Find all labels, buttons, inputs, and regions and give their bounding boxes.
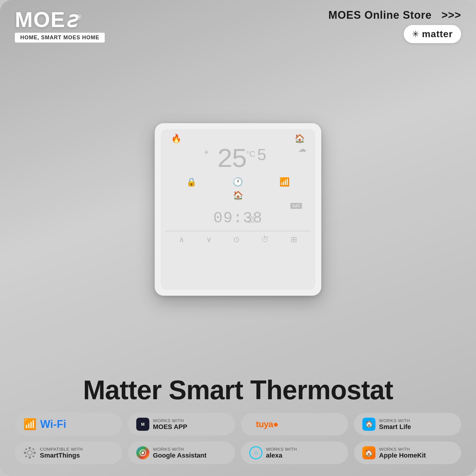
badge-wifi: 📶 Wi-Fi bbox=[15, 413, 122, 436]
tuya-label: tuya● bbox=[256, 419, 278, 429]
alexa-label: alexa bbox=[266, 452, 297, 459]
badge-google-assistant: WORKS WITH Google Assistant bbox=[128, 441, 235, 464]
smart-life-works-with: WORKS WITH bbox=[379, 418, 411, 423]
time-area: SAT 09:38 AM MIN bbox=[165, 203, 311, 227]
home-icon: 🏠 bbox=[295, 134, 305, 143]
moes-app-label: MOES APP bbox=[153, 423, 187, 431]
target-icon[interactable]: ⊙ bbox=[233, 235, 240, 244]
cloud-icon: ☁ bbox=[298, 144, 306, 154]
temp-display: ☀ 25 °C 5 ☁ bbox=[165, 146, 311, 173]
wifi-label: Wi-Fi bbox=[40, 418, 66, 430]
product-title: Matter Smart Thermostat bbox=[15, 376, 461, 404]
badge-alexa: ○ WORKS WITH alexa bbox=[241, 441, 348, 464]
smartthings-icon bbox=[23, 446, 36, 459]
google-assistant-badge-text: WORKS WITH Google Assistant bbox=[153, 447, 206, 459]
badge-tuya: tuya● bbox=[241, 413, 348, 436]
svg-point-3 bbox=[24, 452, 26, 454]
google-works-with-label: WORKS WITH bbox=[153, 447, 206, 452]
grid-icon[interactable]: ⊞ bbox=[291, 235, 297, 244]
svg-point-5 bbox=[25, 448, 27, 450]
svg-point-8 bbox=[32, 455, 34, 457]
badges-area: 📶 Wi-Fi M WORKS WITH MOES APP bbox=[0, 410, 476, 476]
wifi-badge-text: Wi-Fi bbox=[40, 418, 66, 430]
svg-point-1 bbox=[29, 447, 31, 449]
device-top-icons: 🔥 🏠 bbox=[165, 134, 311, 143]
homekit-icon: 🏠 bbox=[362, 446, 375, 459]
wifi-badge-icon: 📶 bbox=[23, 418, 37, 430]
clock-icon: 🕐 bbox=[233, 177, 243, 187]
device-mid-icons: 🔒 🕐 📶 bbox=[165, 177, 311, 187]
down-arrow-icon[interactable]: ∨ bbox=[206, 235, 212, 244]
homekit-works-with-label: WORKS WITH bbox=[379, 447, 426, 452]
svg-point-2 bbox=[29, 456, 31, 459]
svg-point-6 bbox=[32, 448, 34, 450]
moes-app-badge-text: WORKS WITH MOES APP bbox=[153, 418, 187, 431]
logo-tagline: HOME, SMART MOES HOME bbox=[15, 33, 105, 43]
sun-icon: ☀ bbox=[203, 149, 209, 156]
badge-homekit: 🏠 WORKS WITH Apple HomeKit bbox=[354, 441, 461, 464]
device-screen: 🔥 🏠 ☀ 25 °C 5 ☁ 🔒 bbox=[161, 129, 315, 290]
logo-area: MOEƨ® HOME, SMART MOES HOME bbox=[15, 9, 105, 43]
svg-point-10 bbox=[142, 452, 144, 454]
homekit-badge-icon: 🏠 bbox=[362, 446, 375, 459]
smart-life-badge-text: WORKS WITH Smart Life bbox=[379, 418, 411, 431]
ampm-display: AM MIN bbox=[248, 215, 254, 224]
time-display: 09:38 bbox=[213, 209, 263, 227]
device-bottom-row: ∧ ∨ ⊙ ⏱ ⊞ bbox=[165, 234, 311, 246]
header-right: MOES Online Store >>> ✳ matter bbox=[328, 9, 461, 43]
header: MOEƨ® HOME, SMART MOES HOME MOES Online … bbox=[0, 0, 476, 49]
store-label: MOES Online Store >>> bbox=[328, 9, 461, 21]
temp-unit: °C bbox=[246, 149, 255, 159]
registered-mark: ® bbox=[76, 13, 82, 21]
badges-row-2: Compatible with SmartThings WORKS WITH bbox=[15, 441, 461, 464]
svg-point-7 bbox=[25, 455, 27, 457]
google-assistant-icon bbox=[136, 446, 149, 459]
homekit-label: Apple HomeKit bbox=[379, 452, 426, 459]
device-divider bbox=[165, 231, 311, 231]
moes-app-badge-icon: M bbox=[136, 418, 149, 431]
logo: MOEƨ® bbox=[15, 9, 82, 30]
smartthings-badge-icon bbox=[23, 446, 36, 459]
badges-row-1: 📶 Wi-Fi M WORKS WITH MOES APP bbox=[15, 413, 461, 436]
product-title-area: Matter Smart Thermostat bbox=[0, 367, 476, 410]
homekit-badge-text: WORKS WITH Apple HomeKit bbox=[379, 447, 426, 459]
moes-app-icon: M bbox=[136, 418, 149, 431]
smart-life-icon: 🏠 bbox=[362, 418, 375, 431]
wifi-signal-icon: 📶 bbox=[23, 418, 37, 430]
svg-point-0 bbox=[27, 450, 32, 455]
tuya-badge-text: tuya● bbox=[256, 419, 278, 429]
badge-moes-app: M WORKS WITH MOES APP bbox=[128, 413, 235, 436]
smartthings-label: SmartThings bbox=[40, 452, 83, 459]
up-arrow-icon[interactable]: ∧ bbox=[179, 235, 184, 244]
matter-icon: ✳ bbox=[412, 29, 419, 39]
page-wrapper: MOEƨ® HOME, SMART MOES HOME MOES Online … bbox=[0, 0, 476, 476]
flame-icon: 🔥 bbox=[171, 134, 181, 143]
alexa-works-with-label: WORKS WITH bbox=[266, 447, 297, 452]
home-center-icon: 🏠 bbox=[233, 190, 243, 200]
google-assistant-label: Google Assistant bbox=[153, 452, 206, 459]
badge-smartthings: Compatible with SmartThings bbox=[15, 441, 122, 464]
day-label: SAT bbox=[290, 203, 302, 209]
schedule-icon[interactable]: ⏱ bbox=[261, 235, 269, 244]
lock-icon: 🔒 bbox=[186, 177, 197, 187]
smartthings-compatible-label: Compatible with bbox=[40, 447, 83, 452]
matter-badge: ✳ matter bbox=[404, 25, 461, 43]
svg-point-4 bbox=[33, 452, 36, 454]
smart-life-badge-icon: 🏠 bbox=[362, 418, 375, 431]
google-assistant-badge-icon bbox=[136, 446, 149, 459]
matter-label: matter bbox=[422, 29, 453, 40]
alexa-badge-text: WORKS WITH alexa bbox=[266, 447, 297, 459]
smartthings-badge-text: Compatible with SmartThings bbox=[40, 447, 83, 459]
thermostat-device: 🔥 🏠 ☀ 25 °C 5 ☁ 🔒 bbox=[155, 123, 321, 296]
smart-life-label: Smart Life bbox=[379, 423, 411, 431]
center-home-row: 🏠 bbox=[165, 190, 311, 200]
temp-digits: 25 bbox=[217, 146, 246, 173]
badge-smart-life: 🏠 WORKS WITH Smart Life bbox=[354, 413, 461, 436]
device-area: 🔥 🏠 ☀ 25 °C 5 ☁ 🔒 bbox=[0, 49, 476, 367]
moes-works-with-label: WORKS WITH bbox=[153, 418, 187, 423]
alexa-badge-icon: ○ bbox=[249, 446, 262, 459]
alexa-icon: ○ bbox=[249, 446, 262, 459]
setpoint-display: 5 bbox=[257, 146, 267, 165]
wifi-icon: 📶 bbox=[279, 177, 290, 187]
